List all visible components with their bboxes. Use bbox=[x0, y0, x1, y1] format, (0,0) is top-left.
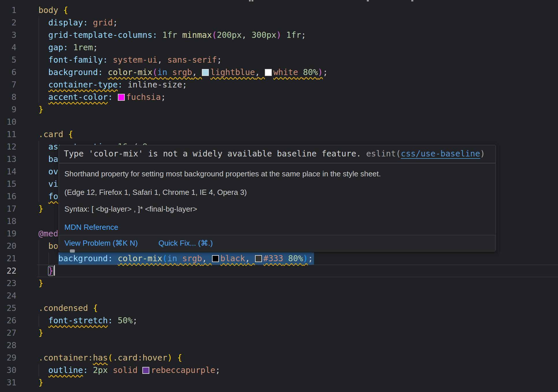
token: display: bbox=[48, 18, 88, 27]
line-number[interactable]: 10 bbox=[0, 116, 16, 128]
code-line[interactable]: 31} bbox=[0, 376, 558, 389]
mdn-reference-link[interactable]: MDN Reference bbox=[64, 223, 118, 232]
code-line[interactable]: 1body { bbox=[0, 4, 558, 16]
line-number[interactable]: 6 bbox=[0, 66, 16, 79]
line-content: .card { bbox=[38, 128, 73, 141]
line-number[interactable]: 12 bbox=[0, 141, 16, 153]
token: : bbox=[108, 92, 113, 102]
line-number[interactable]: 15 bbox=[0, 178, 16, 190]
code-line[interactable]: 25.condensed { bbox=[0, 302, 558, 314]
line-number[interactable]: 3 bbox=[0, 29, 16, 41]
code-line[interactable]: 27} bbox=[0, 327, 558, 339]
token bbox=[108, 365, 113, 375]
token: 2px bbox=[93, 365, 108, 375]
line-number[interactable]: 30 bbox=[0, 364, 16, 376]
code-line[interactable]: 29.container:has(.card:hover) { bbox=[0, 352, 558, 364]
line-content: } bbox=[38, 277, 43, 290]
token: ; bbox=[323, 68, 328, 77]
line-content: ba bbox=[38, 153, 58, 165]
token: accent-color bbox=[48, 92, 108, 102]
code-line[interactable]: 11.card { bbox=[0, 128, 558, 141]
token: bo bbox=[48, 241, 58, 251]
token: : bbox=[83, 365, 88, 375]
color-swatch[interactable] bbox=[265, 69, 272, 76]
line-number[interactable]: 26 bbox=[0, 314, 16, 327]
code-line[interactable]: 2 display: grid; bbox=[0, 16, 558, 29]
code-line[interactable]: 24 bbox=[0, 290, 558, 302]
line-number[interactable]: 1 bbox=[0, 4, 16, 16]
token: ; bbox=[133, 316, 137, 325]
code-line[interactable]: 6 background: color-mix(in srgb, lightbl… bbox=[0, 66, 558, 79]
line-content: .container:has(.card:hover) { bbox=[38, 352, 182, 364]
line-number[interactable]: 20 bbox=[0, 240, 16, 252]
line-number[interactable]: 8 bbox=[0, 91, 16, 103]
line-number[interactable]: 5 bbox=[0, 54, 16, 66]
line-number[interactable]: 27 bbox=[0, 327, 16, 339]
line-number[interactable]: 14 bbox=[0, 165, 16, 178]
code-line[interactable]: 4 gap: 1rem; bbox=[0, 41, 558, 54]
code-line[interactable]: 23} bbox=[0, 277, 558, 290]
token: in bbox=[167, 254, 177, 263]
token: .card:hover bbox=[113, 353, 167, 363]
line-number[interactable]: 21 bbox=[0, 252, 16, 265]
line-number[interactable]: 4 bbox=[0, 41, 16, 54]
clipped-glyph-fragment bbox=[411, 0, 413, 1]
code-line[interactable]: 8 accent-color: fuchsia; bbox=[0, 91, 558, 103]
line-content: background: color-mix(in srgb, black, #3… bbox=[38, 252, 313, 265]
token: , bbox=[202, 254, 207, 263]
line-content: container-type: inline-size; bbox=[38, 79, 187, 91]
token: ( bbox=[212, 30, 217, 40]
color-swatch[interactable] bbox=[118, 94, 125, 101]
token: grid-template-columns: bbox=[48, 30, 157, 40]
code-line[interactable]: 10 bbox=[0, 116, 558, 128]
color-swatch[interactable] bbox=[142, 367, 149, 374]
token: } bbox=[38, 204, 43, 214]
color-swatch[interactable] bbox=[202, 69, 209, 76]
line-number[interactable]: 22 bbox=[0, 265, 16, 277]
code-line[interactable]: 26 font-stretch: 50%; bbox=[0, 314, 558, 327]
color-swatch[interactable] bbox=[212, 255, 219, 262]
code-line[interactable]: 7 container-type: inline-size; bbox=[0, 79, 558, 91]
line-number[interactable]: 23 bbox=[0, 277, 16, 290]
token: rebeccapurple bbox=[151, 365, 215, 375]
token: ov bbox=[48, 167, 58, 176]
line-number[interactable]: 24 bbox=[0, 290, 16, 302]
diagnostic-message: Type 'color-mix' is not a widely availab… bbox=[64, 145, 485, 163]
quick-fix-button[interactable]: Quick Fix... (⌘.) bbox=[159, 239, 213, 247]
line-content: gap: 1rem; bbox=[38, 41, 98, 54]
token bbox=[38, 43, 48, 52]
code-line[interactable]: 30 outline: 2px solid rebeccapurple; bbox=[0, 364, 558, 376]
code-line[interactable]: 5 font-family: system-ui, sans-serif; bbox=[0, 54, 558, 66]
code-line[interactable]: 21 background: color-mix(in srgb, black,… bbox=[0, 252, 558, 265]
line-number[interactable]: 17 bbox=[0, 203, 16, 215]
view-problem-button[interactable]: View Problem (⌘K N) bbox=[64, 239, 138, 247]
line-number[interactable]: 7 bbox=[0, 79, 16, 91]
line-number[interactable]: 28 bbox=[0, 339, 16, 352]
line-number[interactable]: 16 bbox=[0, 190, 16, 203]
line-number[interactable]: 18 bbox=[0, 215, 16, 227]
token bbox=[38, 30, 48, 40]
token: { bbox=[68, 130, 73, 139]
line-number[interactable]: 9 bbox=[0, 103, 16, 116]
line-number[interactable]: 2 bbox=[0, 16, 16, 29]
line-number[interactable]: 11 bbox=[0, 128, 16, 141]
line-number[interactable]: 31 bbox=[0, 376, 16, 389]
line-number[interactable]: 29 bbox=[0, 352, 16, 364]
line-content: } bbox=[38, 327, 43, 339]
token: } bbox=[38, 279, 43, 288]
code-line[interactable]: 22 } bbox=[0, 265, 558, 277]
token: .card bbox=[38, 130, 68, 139]
code-editor[interactable]: 1body {2 display: grid;3 grid-template-c… bbox=[0, 0, 558, 392]
token bbox=[38, 167, 48, 176]
code-line[interactable]: 28 bbox=[0, 339, 558, 352]
token bbox=[38, 154, 48, 164]
hover-resize-grip[interactable] bbox=[70, 249, 75, 253]
color-swatch[interactable] bbox=[255, 255, 262, 262]
line-number[interactable]: 19 bbox=[0, 227, 16, 240]
token: ) bbox=[303, 254, 308, 263]
code-line[interactable]: 3 grid-template-columns: 1fr minmax(200p… bbox=[0, 29, 558, 41]
line-number[interactable]: 25 bbox=[0, 302, 16, 314]
code-line[interactable]: 9} bbox=[0, 103, 558, 116]
diagnostic-rule-link[interactable]: css/use-baseline bbox=[401, 149, 480, 158]
line-number[interactable]: 13 bbox=[0, 153, 16, 165]
